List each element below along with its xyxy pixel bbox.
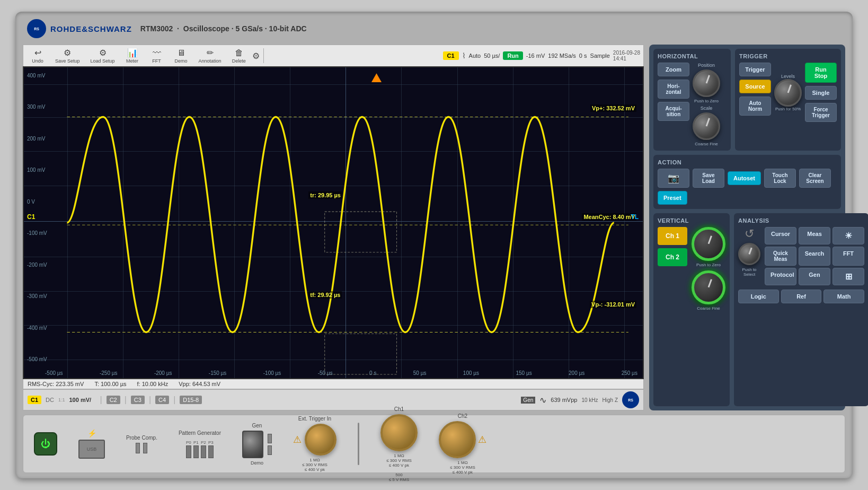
meas-button[interactable]: Meas <box>799 227 830 244</box>
search-button[interactable]: Search <box>799 247 830 266</box>
save-load-button[interactable]: Save Load <box>693 169 724 188</box>
pattern-pin-p0 <box>186 445 191 458</box>
action-row: Action 📷 Save Load Autoset Touch Lock Cl… <box>653 155 841 209</box>
run-stop-button[interactable]: Run Stop <box>805 63 837 83</box>
vertical-analysis-row: Vertical Ch 1 Ch 2 Push to Zero <box>653 213 841 406</box>
demo-pin-2 <box>268 445 272 455</box>
demo-label: Demo <box>251 460 263 466</box>
demo-button[interactable]: 🖥 Demo <box>170 47 192 65</box>
vertical-knob-ch2[interactable] <box>692 270 725 304</box>
ch2-button[interactable]: Ch 2 <box>658 248 687 266</box>
gen-analysis-button[interactable]: Gen <box>799 268 830 285</box>
ch1-dc: DC <box>46 397 54 403</box>
single-button[interactable]: Single <box>805 86 837 100</box>
sample-rate: 192 MSa/s <box>548 52 576 59</box>
fft-analysis-button[interactable]: FFT <box>832 247 864 266</box>
analysis-knob[interactable] <box>738 243 760 265</box>
refresh-button[interactable]: ↺ <box>745 227 754 241</box>
pattern-pin-p3 <box>208 445 214 458</box>
load-setup-button[interactable]: ⚙ Load Setup <box>86 46 119 65</box>
zoom-button[interactable]: Zoom <box>658 63 689 76</box>
d15-8-tag[interactable]: D15-8 <box>180 396 202 404</box>
settings-icon[interactable]: ⚙ <box>252 51 260 61</box>
delete-button[interactable]: 🗑 Delete <box>228 47 250 65</box>
top-row: Horizontal Zoom Hori- zontal Acqui- siti… <box>653 49 841 151</box>
status-bar: RMS-Cyc: 223.35 mV T: 100.00 µs f: 10.00… <box>23 379 644 389</box>
header: RS ROHDE&SCHWARZ RTM3002 · Oscilloscope … <box>23 17 845 40</box>
pattern-gen-section: Pattern Generator P0 P1 P2 P3 <box>179 430 221 458</box>
svg-marker-5 <box>371 73 382 82</box>
rs-logo-small: RS <box>622 391 639 408</box>
ch3-tag[interactable]: C3 <box>131 396 145 404</box>
quick-meas-button[interactable]: Quick Meas <box>765 247 796 266</box>
clear-screen-button[interactable]: Clear Screen <box>799 169 831 188</box>
ext-trigger-label: Ext. Trigger In <box>298 416 331 422</box>
levels-knob[interactable] <box>774 79 802 107</box>
probe-pin-1 <box>136 443 140 453</box>
push-to-zero-label: Push to Zero <box>694 99 719 103</box>
time-axis: -500 µs -250 µs -200 µs -150 µs -100 µs … <box>45 370 637 376</box>
ch2-bnc-connector <box>439 421 476 458</box>
ch4-tag[interactable]: C4 <box>155 396 169 404</box>
ch2-connector-section: Ch2 ⚠ 1 MΩ ≤ 300 V RMS ≤ 400 V pk <box>439 413 486 475</box>
panel-separator <box>358 423 359 465</box>
math-button[interactable]: Math <box>823 290 864 303</box>
ext-trigger-section: Ext. Trigger In ⚠ 1 MΩ ≤ 300 V RMS ≤ 400… <box>293 416 336 472</box>
voltage-offset: -16 mV <box>526 52 545 59</box>
trigger-section: Trigger Trigger Source Auto Norm Levels <box>735 49 841 151</box>
right-panel: Horizontal Zoom Hori- zontal Acqui- siti… <box>649 45 845 410</box>
logic-button[interactable]: Logic <box>738 290 779 303</box>
power-button[interactable]: ⏻ <box>34 432 57 456</box>
oscilloscope-screen: Vp+: 332.52 mV Vp-: -312.01 mV MeanCyc: … <box>23 66 644 379</box>
brightness-button[interactable]: ☀ <box>832 227 864 244</box>
camera-button[interactable]: 📷 <box>658 169 689 188</box>
ch1-ratio: 1:1 <box>58 397 65 402</box>
horizontal-button[interactable]: Hori- zontal <box>658 80 689 99</box>
force-trigger-button[interactable]: Force Trigger <box>805 103 837 122</box>
fft-button[interactable]: 〰 FFT <box>146 47 168 65</box>
auto-norm-button[interactable]: Auto Norm <box>739 97 771 116</box>
vertical-knob1-container: Push to Zero <box>692 227 725 267</box>
vp-plus-label: Vp+: 332.52 mV <box>590 104 636 112</box>
source-button[interactable]: Source <box>739 80 771 93</box>
undo-button[interactable]: ↩ Undo <box>26 46 49 65</box>
meter-icon: 📊 <box>127 48 138 58</box>
coarse-fine-label: Coarse Fine <box>695 142 718 146</box>
apps-button[interactable]: ⊞ <box>832 268 864 285</box>
frequency: f: 10.00 kHz <box>137 381 169 387</box>
ref-button[interactable]: Ref <box>781 290 822 303</box>
waveform-svg <box>24 67 643 378</box>
vertical-title: Vertical <box>658 217 725 224</box>
meter-button[interactable]: 📊 Meter <box>121 46 144 65</box>
scale-knob[interactable] <box>693 112 720 140</box>
ch1-button[interactable]: Ch 1 <box>658 227 687 245</box>
trigger-button[interactable]: Trigger <box>739 63 771 76</box>
preset-button[interactable]: Preset <box>658 191 687 205</box>
ch2-tag[interactable]: C2 <box>107 396 120 404</box>
probe-pin-2 <box>143 443 147 453</box>
annotation-button[interactable]: ✏ Annotation <box>194 46 226 65</box>
vp-minus-label: Vp-: -312.01 mV <box>590 301 636 308</box>
autoset-button[interactable]: Autoset <box>728 171 761 185</box>
ch1-spec: 1 MΩ ≤ 300 V RMS ≤ 400 V pk 500 ≤ 5 V RM… <box>386 453 412 482</box>
action-title: Action <box>658 159 837 165</box>
tr-label: tr: 29.95 µs <box>308 191 342 199</box>
channel-bar-right: Gen ∿ 639 mVpp 10 kHz High Z RS <box>521 391 639 408</box>
acquisition-button[interactable]: Acqui- sition <box>658 102 689 121</box>
ch2-spec: 1 MΩ ≤ 300 V RMS ≤ 400 V pk <box>450 460 475 475</box>
gen-value: 639 mVpp <box>551 397 577 403</box>
protocol-button[interactable]: Protocol <box>765 268 796 285</box>
ch1-tag[interactable]: C1 <box>28 396 41 404</box>
vertical-knob-ch1[interactable] <box>692 227 725 261</box>
toolbar-divider <box>263 48 264 63</box>
gen-wave: ∿ <box>539 395 546 405</box>
position-knob[interactable] <box>693 69 720 97</box>
save-setup-button[interactable]: ⚙ Save Setup <box>51 46 84 65</box>
touch-lock-button[interactable]: Touch Lock <box>764 169 796 188</box>
analysis-title: Analysis <box>738 217 864 224</box>
voltage-axis: 400 mV 300 mV 200 mV 100 mV 0 V -100 mV … <box>27 73 47 362</box>
toolbar: ↩ Undo ⚙ Save Setup ⚙ Load Setup 📊 Meter… <box>23 45 644 66</box>
demo-icon: 🖥 <box>177 48 185 58</box>
cursor-button[interactable]: Cursor <box>765 227 796 244</box>
rs-logo: RS <box>27 19 46 38</box>
